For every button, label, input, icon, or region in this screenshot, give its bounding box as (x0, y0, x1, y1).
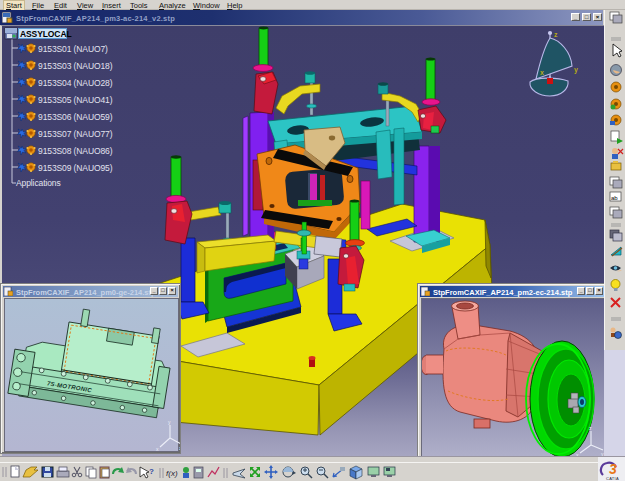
svg-text:f(x): f(x) (166, 469, 178, 478)
svg-text:?: ? (149, 467, 154, 476)
svg-text:z: z (554, 31, 558, 38)
svg-text:z: z (589, 425, 592, 431)
svg-text:z: z (179, 445, 180, 451)
svg-text:x: x (156, 446, 159, 452)
svg-text:ab: ab (611, 195, 618, 201)
svg-text:y: y (574, 66, 578, 74)
svg-text:CATIA: CATIA (606, 476, 619, 481)
svg-text:3: 3 (609, 461, 617, 477)
svg-text:x: x (540, 69, 544, 76)
svg-text:y: y (168, 419, 171, 425)
